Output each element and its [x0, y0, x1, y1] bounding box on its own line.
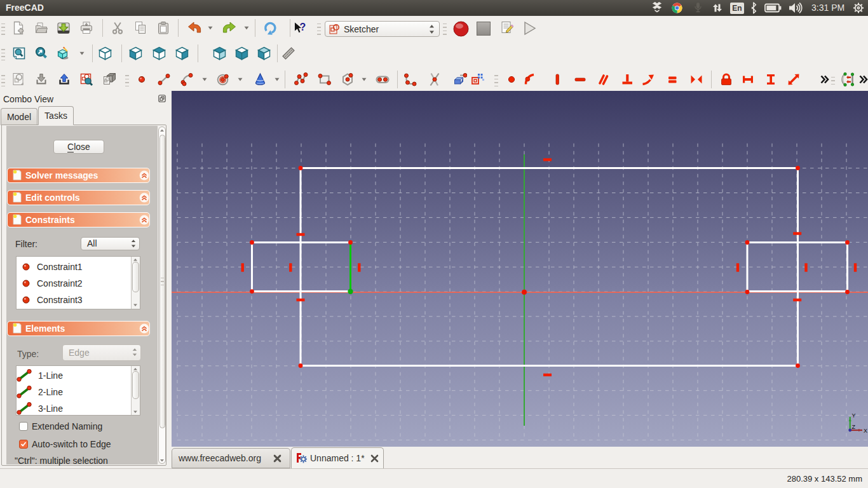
svg-text:Y: Y: [852, 412, 856, 419]
svg-text:Z: Z: [852, 424, 856, 430]
svg-text:X: X: [864, 428, 867, 434]
svg-text:?: ?: [300, 22, 306, 32]
